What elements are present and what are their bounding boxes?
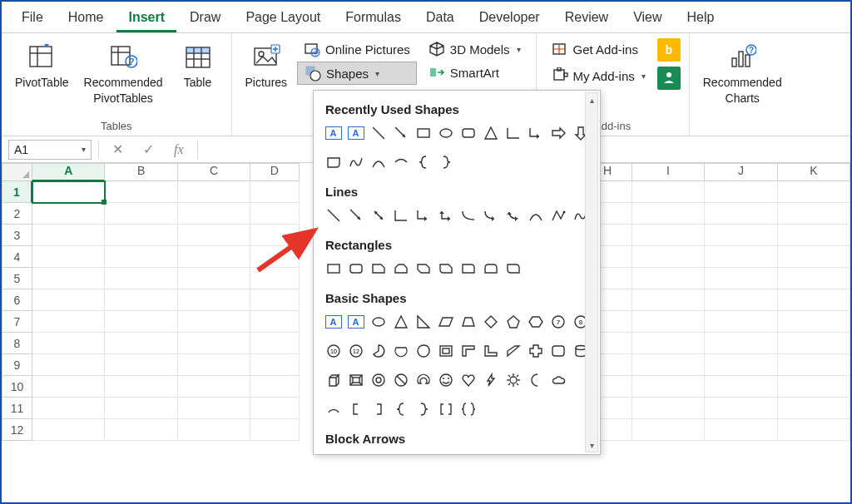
col-header[interactable]: C [178, 163, 250, 181]
row-header[interactable]: 11 [2, 398, 32, 419]
cell[interactable] [632, 398, 705, 419]
col-header[interactable]: J [705, 163, 777, 181]
shape-dblbrace[interactable] [457, 398, 479, 420]
shape-pie[interactable] [367, 339, 389, 362]
cell[interactable] [250, 311, 299, 333]
cell[interactable] [632, 203, 705, 225]
shape-textbox-v[interactable]: A [344, 310, 367, 333]
shape-donut[interactable] [367, 368, 389, 391]
shape-bevel[interactable] [344, 368, 367, 391]
recommended-charts-button[interactable]: ? Recommended Charts [698, 38, 787, 109]
shape-textbox[interactable]: A [322, 121, 344, 144]
cell[interactable] [705, 181, 777, 203]
scroll-up-icon[interactable]: ▴ [586, 93, 597, 106]
3d-models-button[interactable]: 3D Models ▾ [422, 38, 528, 60]
tab-help[interactable]: Help [676, 3, 726, 32]
cell[interactable] [705, 289, 777, 311]
dropdown-scrollbar[interactable]: ▴ ▾ [585, 92, 598, 452]
cell[interactable] [705, 246, 777, 268]
shape-textbox[interactable]: A [322, 310, 344, 333]
cell[interactable] [250, 333, 299, 354]
shape-cube[interactable] [322, 368, 344, 391]
cell[interactable] [632, 333, 705, 354]
cell[interactable] [778, 289, 850, 311]
cell[interactable] [32, 246, 105, 268]
cell[interactable] [105, 268, 177, 289]
table-button[interactable]: Table [173, 38, 223, 92]
cancel-formula-button[interactable]: ✕ [106, 141, 130, 157]
cell[interactable] [632, 289, 705, 311]
shape-rbracket[interactable] [367, 398, 389, 420]
shape-rect[interactable] [322, 257, 344, 279]
shape-half-frame[interactable] [457, 339, 479, 362]
cell[interactable] [778, 181, 850, 203]
cell[interactable] [778, 203, 850, 225]
cell[interactable] [632, 225, 705, 246]
get-addins-button[interactable]: Get Add-ins [545, 38, 652, 60]
cell[interactable] [105, 225, 177, 246]
shape-moon[interactable] [524, 368, 547, 391]
cell[interactable] [778, 225, 850, 246]
row-header[interactable]: 8 [2, 333, 32, 354]
cell[interactable] [178, 333, 250, 354]
shape-freeform-tool[interactable] [547, 204, 569, 226]
cell[interactable] [32, 181, 105, 203]
shape-l[interactable] [479, 339, 502, 362]
shape-round-rect[interactable] [344, 257, 367, 279]
cell[interactable] [178, 246, 250, 268]
shape-trapezoid[interactable] [457, 310, 479, 333]
cell[interactable] [778, 311, 850, 333]
shape-arc[interactable] [322, 398, 344, 420]
row-header[interactable]: 9 [2, 354, 32, 376]
col-header[interactable]: I [632, 163, 705, 181]
cell[interactable] [32, 376, 105, 398]
shape-lbrace[interactable] [389, 398, 412, 420]
row-header[interactable]: 4 [2, 246, 32, 268]
cell[interactable] [705, 225, 777, 246]
cell[interactable] [105, 289, 177, 311]
shape-parallelogram[interactable] [434, 310, 457, 333]
cell[interactable] [105, 398, 177, 419]
scroll-down-icon[interactable]: ▾ [586, 438, 597, 452]
recommended-pivottables-button[interactable]: ? Recommended PivotTables [79, 38, 168, 109]
shape-curved-arrow[interactable] [479, 204, 502, 226]
row-header[interactable]: 1 [2, 181, 32, 203]
cell[interactable] [250, 203, 299, 225]
shape-decagon[interactable]: 10 [322, 339, 344, 362]
row-header[interactable]: 6 [2, 289, 32, 311]
row-header[interactable]: 2 [2, 203, 32, 225]
cell[interactable] [250, 246, 299, 268]
shape-elbow[interactable] [389, 204, 412, 226]
cell[interactable] [32, 203, 105, 225]
cell[interactable] [778, 246, 850, 268]
cell[interactable] [32, 311, 105, 333]
row-header[interactable]: 3 [2, 225, 32, 246]
shape-lbracket[interactable] [344, 398, 367, 420]
cell[interactable] [178, 376, 250, 398]
shape-curved-double[interactable] [502, 204, 524, 226]
cell[interactable] [632, 181, 705, 203]
shape-elbow-arrow[interactable] [524, 121, 547, 144]
cell[interactable] [32, 333, 105, 354]
shape-curved-connector[interactable] [457, 204, 479, 226]
cell[interactable] [178, 311, 250, 333]
shape-elbow-double[interactable] [434, 204, 457, 226]
shape-flowchart[interactable] [322, 151, 344, 173]
shape-cloud[interactable] [547, 368, 569, 391]
cell[interactable] [105, 311, 177, 333]
cell[interactable] [250, 419, 299, 441]
shapes-button[interactable]: Shapes ▾ [297, 62, 417, 85]
shape-rbrace[interactable] [412, 398, 434, 420]
cell[interactable] [178, 203, 250, 225]
cell[interactable] [705, 354, 777, 376]
cell[interactable] [632, 311, 705, 333]
cell[interactable] [32, 289, 105, 311]
shape-rectangle[interactable] [412, 121, 434, 144]
shape-sun[interactable] [502, 368, 524, 391]
people-graph-button[interactable] [657, 67, 681, 90]
col-header[interactable]: B [105, 163, 177, 181]
shape-textbox-vertical[interactable]: A [344, 121, 367, 144]
shape-right-brace[interactable] [434, 151, 457, 173]
enter-formula-button[interactable]: ✓ [136, 141, 161, 157]
cell[interactable] [250, 181, 299, 203]
